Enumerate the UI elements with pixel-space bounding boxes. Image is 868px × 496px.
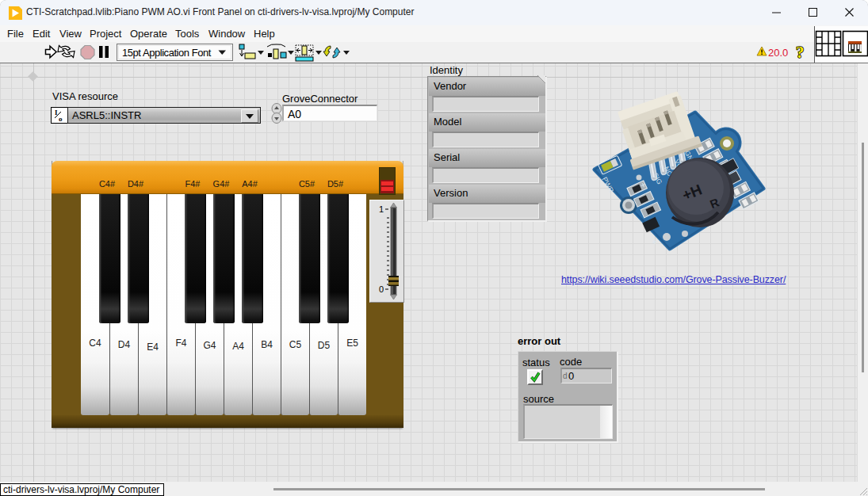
svg-text:1: 1	[379, 204, 384, 214]
svg-text:20.0: 20.0	[768, 47, 788, 59]
svg-text:15pt Application Font: 15pt Application Font	[122, 47, 212, 59]
svg-text:?: ?	[796, 43, 805, 62]
svg-text:0: 0	[379, 284, 384, 294]
svg-text:o: o	[59, 115, 63, 123]
